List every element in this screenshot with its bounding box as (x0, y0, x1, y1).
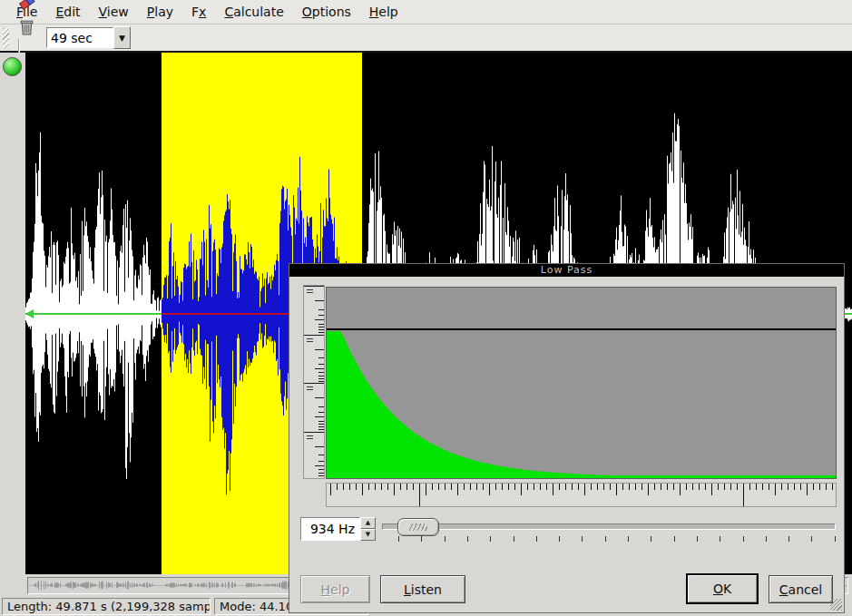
zoom-duration-input[interactable] (46, 27, 113, 48)
toolbar: 1:1 ▼ (0, 24, 852, 53)
combo-dropdown-button[interactable]: ▼ (113, 26, 131, 49)
menu-fx[interactable]: Fx (182, 2, 215, 22)
menu-options[interactable]: Options (293, 2, 360, 22)
spin-up-button[interactable]: ▲ (360, 517, 376, 529)
cancel-button[interactable]: Cancel (769, 575, 833, 603)
resize-grip[interactable] (830, 599, 842, 611)
arrow-down-icon: ▼ (366, 533, 370, 537)
arrow-up-icon: ▲ (366, 521, 370, 525)
erase-icon (17, 0, 36, 12)
zoom-duration-combo: ▼ (46, 26, 131, 49)
menu-play[interactable]: Play (138, 2, 182, 22)
cutoff-spinbox: ▲ ▼ (300, 517, 376, 541)
ok-button[interactable]: OK (686, 573, 759, 604)
filter-response-plot[interactable] (326, 287, 837, 479)
menu-view[interactable]: View (90, 2, 138, 22)
help-button[interactable]: Help (300, 575, 370, 603)
spin-down-button[interactable]: ▼ (360, 529, 376, 541)
record-led-indicator (3, 57, 22, 76)
menu-bar: FileEditViewPlayFxCalculateOptionsHelp (0, 0, 852, 24)
erase-button[interactable] (14, 0, 39, 15)
listen-button[interactable]: Listen (380, 575, 465, 603)
delete-icon (17, 17, 36, 36)
cutoff-value-input[interactable] (300, 517, 360, 541)
cutoff-slider-handle[interactable] (397, 518, 439, 536)
frequency-ruler (326, 483, 837, 507)
chevron-down-icon: ▼ (119, 34, 125, 43)
menu-calculate[interactable]: Calculate (215, 2, 292, 22)
slider-tick-marks (398, 536, 836, 543)
cutoff-slider[interactable] (382, 523, 836, 530)
menu-edit[interactable]: Edit (46, 2, 89, 22)
menu-help[interactable]: Help (360, 2, 407, 22)
dialog-title: Low Pass (289, 264, 844, 277)
gain-ruler (303, 285, 325, 479)
left-gutter (0, 53, 25, 597)
slider-grip-icon (409, 523, 427, 531)
delete-button[interactable] (14, 15, 39, 39)
toolbar-drag-handle[interactable] (3, 27, 9, 49)
status-length: Length: 49.871 s (2,199,328 samples) (2, 598, 211, 615)
low-pass-dialog: Low Pass ▲ ▼ Help Listen OK Cancel (289, 263, 845, 613)
